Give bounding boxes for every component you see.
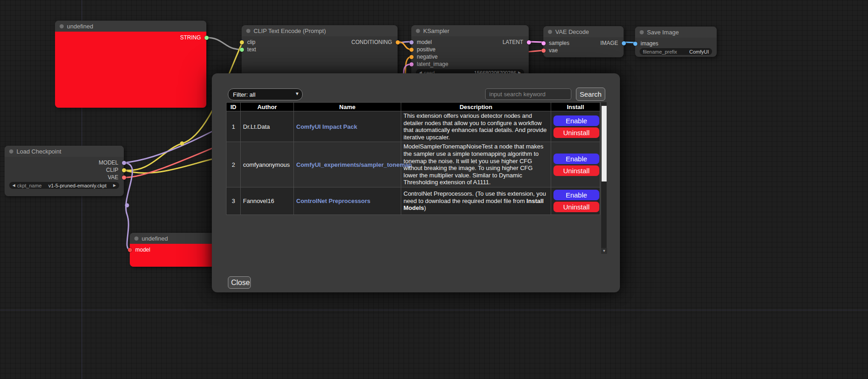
node-header[interactable]: Save Image bbox=[635, 27, 717, 38]
extension-link[interactable]: ComfyUI Impact Pack bbox=[296, 123, 357, 130]
uninstall-button[interactable]: Uninstall bbox=[553, 202, 599, 212]
node-title: Load Checkpoint bbox=[17, 148, 61, 155]
positive-input-dot-icon[interactable] bbox=[409, 48, 414, 52]
node-header[interactable]: VAE Decode bbox=[543, 26, 624, 37]
input-slot-model: model bbox=[130, 246, 221, 253]
text-input-dot-icon[interactable] bbox=[240, 48, 244, 52]
node-undefined-string: undefined STRING bbox=[55, 21, 206, 108]
input-slot-latent-image: latent_image bbox=[411, 60, 529, 68]
widget-label: ckpt_name bbox=[17, 183, 42, 188]
header-name: Name bbox=[294, 103, 401, 111]
node-header[interactable]: undefined bbox=[55, 21, 206, 32]
author-cell: Dr.Lt.Data bbox=[241, 111, 294, 142]
filename-prefix-widget[interactable]: filename_prefix ComfyUI bbox=[640, 48, 712, 55]
filter-select[interactable]: Filter: all bbox=[228, 88, 303, 100]
collapse-dot-icon[interactable] bbox=[134, 236, 138, 241]
slot-label: model bbox=[417, 38, 432, 46]
node-body: STRING bbox=[55, 32, 206, 108]
close-button[interactable]: Close bbox=[228, 276, 251, 289]
widget-value: v1-5-pruned-emaonly.ckpt bbox=[44, 183, 111, 188]
samples-input-dot-icon[interactable] bbox=[542, 41, 546, 45]
collapse-dot-icon[interactable] bbox=[548, 30, 552, 34]
table-header-row: ID Author Name Description Install bbox=[227, 103, 600, 111]
header-install: Install bbox=[551, 103, 600, 111]
uninstall-button[interactable]: Uninstall bbox=[553, 165, 599, 176]
output-slot-string: STRING bbox=[55, 34, 206, 41]
model-output-dot-icon[interactable] bbox=[122, 161, 126, 165]
description-cell: ControlNet Preprocessors. (To use this e… bbox=[401, 187, 551, 214]
slot-label: MODEL bbox=[99, 159, 118, 166]
latent-image-input-dot-icon[interactable] bbox=[409, 62, 414, 66]
enable-button[interactable]: Enable bbox=[553, 154, 599, 164]
image-output-dot-icon[interactable] bbox=[622, 41, 626, 45]
slot-label: VAE bbox=[108, 174, 118, 181]
input-slot-vae: vae bbox=[543, 47, 624, 54]
extension-link[interactable]: ControlNet Preprocessors bbox=[296, 198, 370, 204]
output-slot-conditioning: CONDITIONING bbox=[320, 38, 398, 46]
increment-arrow-icon[interactable]: ▶ bbox=[113, 182, 116, 189]
slot-label: images bbox=[641, 40, 658, 47]
node-body: MODEL CLIP VAE ◀ ckpt_name v1-5-pruned-e… bbox=[5, 157, 124, 196]
table-row: 1 Dr.Lt.Data ComfyUI Impact Pack This ex… bbox=[227, 111, 600, 142]
extension-link[interactable]: ComfyUI_experiments/sampler_tonemap bbox=[296, 161, 412, 168]
install-cell: Enable Uninstall bbox=[551, 111, 600, 142]
scrollbar-thumb[interactable] bbox=[602, 106, 607, 181]
collapse-dot-icon[interactable] bbox=[246, 29, 250, 33]
scroll-down-arrow-icon[interactable]: ▼ bbox=[601, 248, 607, 254]
model-input-dot-icon[interactable] bbox=[128, 248, 132, 252]
node-header[interactable]: Load Checkpoint bbox=[5, 146, 124, 157]
model-input-dot-icon[interactable] bbox=[409, 40, 414, 44]
search-button[interactable]: Search bbox=[576, 88, 605, 101]
node-save-image: Save Image images filename_prefix ComfyU… bbox=[635, 27, 717, 57]
clip-input-dot-icon[interactable] bbox=[240, 40, 244, 44]
author-cell: Fannovel16 bbox=[241, 187, 294, 214]
node-header[interactable]: undefined bbox=[130, 233, 221, 244]
slot-label: STRING bbox=[180, 34, 201, 41]
id-cell: 1 bbox=[227, 111, 241, 142]
negative-input-dot-icon[interactable] bbox=[409, 55, 414, 59]
header-id: ID bbox=[227, 103, 241, 111]
vae-output-dot-icon[interactable] bbox=[122, 176, 126, 180]
node-title: KSampler bbox=[423, 27, 449, 34]
id-cell: 3 bbox=[227, 187, 241, 214]
collapse-dot-icon[interactable] bbox=[416, 29, 420, 33]
description-cell: ModelSamplerTonemapNoiseTest a node that… bbox=[401, 142, 551, 187]
collapse-dot-icon[interactable] bbox=[640, 30, 644, 34]
input-slot-clip: clip bbox=[242, 38, 320, 46]
collapse-dot-icon[interactable] bbox=[9, 149, 13, 154]
input-slot-positive: positive bbox=[411, 46, 529, 53]
uninstall-button[interactable]: Uninstall bbox=[553, 127, 599, 138]
search-input[interactable] bbox=[485, 88, 571, 100]
node-vae-decode: VAE Decode samples IMAGE vae bbox=[543, 26, 624, 57]
ckpt-name-widget[interactable]: ◀ ckpt_name v1-5-pruned-emaonly.ckpt ▶ bbox=[9, 182, 119, 189]
enable-button[interactable]: Enable bbox=[553, 115, 599, 126]
name-cell: ControlNet Preprocessors bbox=[294, 187, 401, 214]
header-description: Description bbox=[401, 103, 551, 111]
install-cell: Enable Uninstall bbox=[551, 187, 600, 214]
table-scrollbar[interactable]: ▼ bbox=[601, 102, 607, 254]
node-body: model bbox=[130, 244, 221, 267]
node-title: Save Image bbox=[647, 29, 679, 36]
node-title: undefined bbox=[67, 23, 93, 30]
collapse-dot-icon[interactable] bbox=[60, 24, 64, 28]
node-header[interactable]: KSampler bbox=[411, 25, 529, 36]
clip-output-dot-icon[interactable] bbox=[122, 168, 126, 172]
node-undefined-model: undefined model bbox=[130, 233, 221, 267]
extension-table: ID Author Name Description Install 1 Dr.… bbox=[226, 102, 600, 215]
slot-label: IMAGE bbox=[600, 39, 618, 47]
decrement-arrow-icon[interactable]: ◀ bbox=[12, 182, 15, 189]
node-body: samples IMAGE vae bbox=[543, 37, 624, 57]
vae-input-dot-icon[interactable] bbox=[542, 49, 546, 53]
string-output-dot-icon[interactable] bbox=[205, 36, 209, 40]
slot-label: CONDITIONING bbox=[351, 38, 392, 46]
latent-output-dot-icon[interactable] bbox=[527, 40, 531, 44]
name-cell: ComfyUI_experiments/sampler_tonemap bbox=[294, 142, 401, 187]
name-cell: ComfyUI Impact Pack bbox=[294, 111, 401, 142]
images-input-dot-icon[interactable] bbox=[633, 42, 637, 46]
node-header[interactable]: CLIP Text Encode (Prompt) bbox=[242, 25, 398, 36]
description-cell: This extension offers various detector n… bbox=[401, 111, 551, 142]
table-row: 2 comfyanonymous ComfyUI_experiments/sam… bbox=[227, 142, 600, 187]
enable-button[interactable]: Enable bbox=[553, 190, 599, 200]
conditioning-output-dot-icon[interactable] bbox=[396, 40, 400, 44]
input-slot-images: images bbox=[635, 40, 717, 47]
